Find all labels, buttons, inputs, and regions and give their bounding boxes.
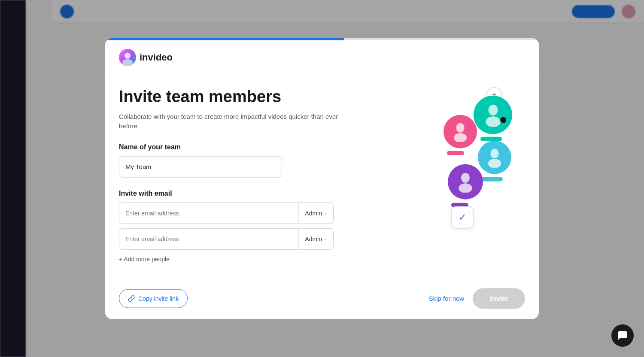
avatar-pink bbox=[444, 115, 477, 148]
add-more-button[interactable]: + Add more people bbox=[119, 254, 170, 264]
link-icon bbox=[128, 295, 135, 302]
email-row-1: Admin ⌄ bbox=[119, 202, 334, 224]
avatar-purple bbox=[448, 164, 483, 200]
svg-point-6 bbox=[454, 133, 467, 142]
modal-subtitle: Collaborate with your team to create mor… bbox=[119, 112, 342, 131]
avatar-teal bbox=[474, 96, 512, 134]
dot-decoration bbox=[500, 117, 506, 123]
svg-point-1 bbox=[125, 53, 131, 59]
checkmark-box: ✓ bbox=[451, 206, 474, 229]
svg-point-7 bbox=[490, 149, 498, 158]
modal-left: Invite team members Collaborate with you… bbox=[119, 87, 425, 271]
team-name-input[interactable] bbox=[119, 156, 282, 177]
chat-bubble-button[interactable] bbox=[611, 324, 634, 347]
check-icon: ✓ bbox=[459, 212, 466, 223]
svg-point-4 bbox=[486, 116, 501, 127]
role-label-1: Admin bbox=[305, 209, 322, 216]
footer-right: Skip for now Invite bbox=[429, 288, 525, 309]
svg-point-2 bbox=[122, 59, 133, 66]
role-label-2: Admin bbox=[305, 235, 322, 242]
logo: invideo bbox=[119, 49, 525, 66]
svg-point-8 bbox=[488, 159, 501, 168]
logo-text: invideo bbox=[140, 52, 173, 63]
badge-blue bbox=[481, 177, 503, 182]
avatar-blue bbox=[478, 141, 511, 174]
person-silhouette-blue bbox=[484, 147, 505, 168]
invite-button[interactable]: Invite bbox=[473, 288, 525, 309]
modal-header: invideo bbox=[105, 40, 539, 73]
svg-point-5 bbox=[456, 123, 464, 133]
invite-modal: invideo Invite team members Collaborate … bbox=[105, 38, 539, 319]
skip-button[interactable]: Skip for now bbox=[429, 295, 465, 302]
person-silhouette-purple bbox=[455, 171, 476, 193]
person-silhouette-pink bbox=[450, 121, 471, 142]
invite-email-label: Invite with email bbox=[119, 189, 425, 197]
badge-teal bbox=[480, 137, 502, 141]
svg-point-3 bbox=[488, 104, 498, 115]
copy-invite-button[interactable]: Copy invite link bbox=[119, 289, 188, 308]
team-name-label: Name of your team bbox=[119, 143, 425, 151]
svg-point-10 bbox=[459, 183, 472, 192]
svg-point-9 bbox=[461, 173, 470, 183]
role-selector-1[interactable]: Admin ⌄ bbox=[298, 203, 333, 223]
logo-icon bbox=[119, 49, 136, 66]
email-input-2[interactable] bbox=[119, 228, 298, 249]
modal-footer: Copy invite link Skip for now Invite bbox=[105, 281, 539, 319]
chevron-down-icon-2: ⌄ bbox=[324, 236, 327, 241]
badge-pink bbox=[447, 151, 464, 155]
email-row-2: Admin ⌄ bbox=[119, 228, 334, 249]
role-selector-2[interactable]: Admin ⌄ bbox=[298, 228, 333, 249]
person-silhouette-teal bbox=[481, 103, 505, 127]
modal-body: Invite team members Collaborate with you… bbox=[105, 73, 539, 281]
chevron-down-icon-1: ⌄ bbox=[324, 211, 327, 215]
team-illustration: + bbox=[444, 91, 521, 229]
copy-invite-label: Copy invite link bbox=[138, 295, 179, 302]
modal-right: + bbox=[439, 87, 525, 271]
modal-title: Invite team members bbox=[119, 87, 425, 107]
chat-icon bbox=[617, 330, 628, 341]
invite-section: Invite with email Admin ⌄ Admin ⌄ bbox=[119, 189, 425, 264]
email-input-1[interactable] bbox=[119, 203, 298, 223]
